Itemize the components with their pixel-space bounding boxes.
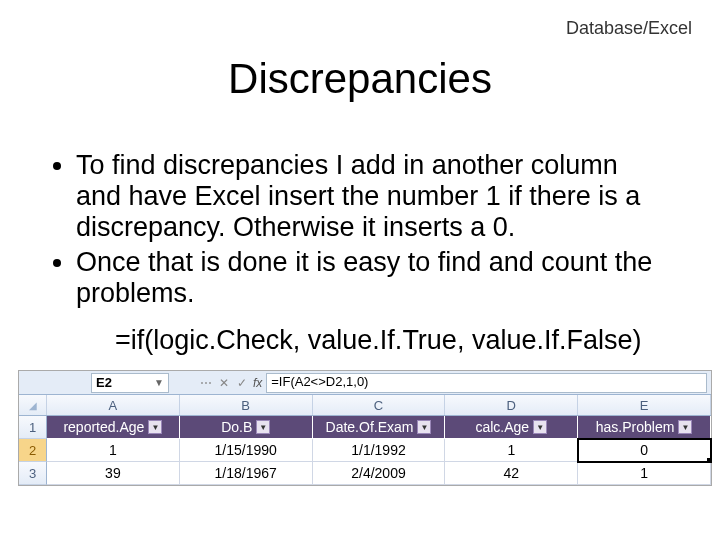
filter-icon[interactable]: ▼: [148, 420, 162, 434]
table-row: 3 39 1/18/1967 2/4/2009 42 1: [19, 462, 711, 485]
cell[interactable]: 39: [47, 462, 180, 485]
chevron-down-icon: ▼: [154, 377, 164, 388]
filter-icon[interactable]: ▼: [533, 420, 547, 434]
col-header[interactable]: B: [180, 395, 313, 415]
cell[interactable]: 1/18/1967: [180, 462, 313, 485]
bullet-item: To find discrepancies I add in another c…: [76, 150, 660, 243]
table-header-cell[interactable]: has.Problem ▼: [578, 416, 711, 439]
row-header[interactable]: 1: [19, 416, 47, 439]
page-title: Discrepancies: [0, 55, 720, 103]
header-label: reported.Age: [63, 416, 144, 439]
fx-icon[interactable]: fx: [253, 376, 262, 390]
cell[interactable]: 2/4/2009: [313, 462, 446, 485]
breadcrumb-label: Database/Excel: [566, 18, 692, 39]
bullet-item: Once that is done it is easy to find and…: [76, 247, 660, 309]
col-header[interactable]: E: [578, 395, 711, 415]
filter-icon[interactable]: ▼: [256, 420, 270, 434]
cell[interactable]: 1/15/1990: [180, 439, 313, 462]
select-all-corner[interactable]: ◢: [19, 395, 47, 415]
row-header[interactable]: 3: [19, 462, 47, 485]
column-header-row: ◢ A B C D E: [19, 395, 711, 416]
cell[interactable]: 42: [445, 462, 578, 485]
header-label: calc.Age: [475, 416, 529, 439]
excel-screenshot: E2 ▼ ⋯ ✕ ✓ fx =IF(A2<>D2,1,0) ◢ A B C D …: [18, 370, 712, 486]
table-row: 2 1 1/15/1990 1/1/1992 1 0: [19, 439, 711, 462]
formula-input[interactable]: =IF(A2<>D2,1,0): [266, 373, 707, 393]
fx-expand-icon[interactable]: ⋯: [199, 376, 213, 390]
cell[interactable]: 1: [445, 439, 578, 462]
table-header-cell[interactable]: Do.B ▼: [180, 416, 313, 439]
col-header[interactable]: A: [47, 395, 180, 415]
filter-icon[interactable]: ▼: [417, 420, 431, 434]
header-label: Do.B: [221, 416, 252, 439]
cell-value: 0: [640, 442, 648, 458]
formula-text: =if(logic.Check, value.If.True, value.If…: [115, 325, 641, 356]
active-cell[interactable]: 0: [578, 439, 711, 462]
header-label: Date.Of.Exam: [326, 416, 414, 439]
name-box-value: E2: [96, 375, 154, 390]
header-label: has.Problem: [596, 416, 675, 439]
fill-handle[interactable]: [707, 458, 711, 462]
cancel-icon[interactable]: ✕: [217, 376, 231, 390]
cell[interactable]: 1: [47, 439, 180, 462]
spreadsheet-grid: ◢ A B C D E 1 reported.Age ▼ Do.B ▼ Date…: [19, 395, 711, 485]
col-header[interactable]: D: [445, 395, 578, 415]
bullet-list: To find discrepancies I add in another c…: [68, 150, 660, 313]
table-row: 1 reported.Age ▼ Do.B ▼ Date.Of.Exam ▼ c…: [19, 416, 711, 439]
formula-bar: E2 ▼ ⋯ ✕ ✓ fx =IF(A2<>D2,1,0): [19, 371, 711, 395]
table-header-cell[interactable]: reported.Age ▼: [47, 416, 180, 439]
enter-icon[interactable]: ✓: [235, 376, 249, 390]
cell[interactable]: 1: [578, 462, 711, 485]
name-box[interactable]: E2 ▼: [91, 373, 169, 393]
table-header-cell[interactable]: Date.Of.Exam ▼: [313, 416, 446, 439]
fx-buttons: ⋯ ✕ ✓: [199, 376, 249, 390]
cell[interactable]: 1/1/1992: [313, 439, 446, 462]
col-header[interactable]: C: [313, 395, 446, 415]
table-header-cell[interactable]: calc.Age ▼: [445, 416, 578, 439]
row-header[interactable]: 2: [19, 439, 47, 462]
filter-icon[interactable]: ▼: [678, 420, 692, 434]
